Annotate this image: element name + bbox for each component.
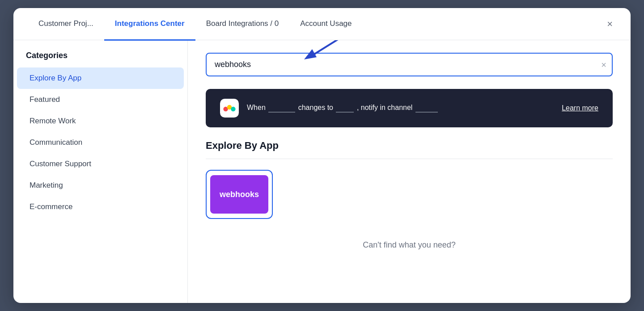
sidebar-item-label: Explore By App xyxy=(30,74,81,82)
search-wrapper: × xyxy=(206,53,613,76)
banner-changes-to: changes to xyxy=(298,104,335,111)
sidebar-item-label: Remote Work xyxy=(30,117,76,125)
banner-blank3 xyxy=(415,104,438,113)
search-container: × xyxy=(206,53,613,76)
sidebar-item-label: Featured xyxy=(30,95,60,104)
clear-icon: × xyxy=(601,60,606,70)
integration-banner: When changes to , notify in channel Lear… xyxy=(206,89,613,127)
app-grid: webhooks xyxy=(206,170,613,219)
sidebar-item-e-commerce[interactable]: E-commerce xyxy=(17,196,184,218)
sidebar-item-label: E-commerce xyxy=(30,202,72,211)
app-label-webhooks: webhooks xyxy=(220,190,259,199)
modal-header: Customer Proj... Integrations Center Boa… xyxy=(13,8,631,40)
sidebar-item-explore-by-app[interactable]: Explore By App xyxy=(17,67,184,89)
sidebar-item-label: Customer Support xyxy=(30,160,91,168)
section-divider xyxy=(206,159,613,159)
banner-blank1 xyxy=(268,104,295,113)
sidebar-item-label: Marketing xyxy=(30,181,63,189)
app-card-inner-webhooks: webhooks xyxy=(210,175,268,214)
sidebar-item-communication[interactable]: Communication xyxy=(17,132,184,153)
tab-account-usage[interactable]: Account Usage xyxy=(289,8,362,41)
banner-blank2 xyxy=(336,104,354,113)
sidebar-item-customer-support[interactable]: Customer Support xyxy=(17,153,184,175)
tab-account-usage-label: Account Usage xyxy=(300,19,352,28)
search-clear-button[interactable]: × xyxy=(601,60,606,69)
tab-board-label: Customer Proj... xyxy=(38,19,93,28)
modal-container: Customer Proj... Integrations Center Boa… xyxy=(13,8,631,303)
categories-heading: Categories xyxy=(13,51,187,67)
tab-integrations[interactable]: Integrations Center xyxy=(104,8,195,41)
cant-find-text: Can't find what you need? xyxy=(206,240,613,250)
search-input[interactable] xyxy=(206,53,613,76)
tab-board-integrations-label: Board Integrations / 0 xyxy=(206,19,279,28)
main-content: × When xyxy=(188,40,631,303)
modal-overlay: Customer Proj... Integrations Center Boa… xyxy=(0,0,644,311)
sidebar-item-label: Communication xyxy=(30,138,82,147)
sidebar: Categories Explore By App Featured Remot… xyxy=(13,40,188,303)
monday-logo-icon xyxy=(220,99,239,118)
banner-notify: , notify in channel xyxy=(357,104,415,111)
banner-when: When xyxy=(247,104,267,111)
close-button[interactable]: × xyxy=(603,15,616,34)
close-icon: × xyxy=(607,18,613,30)
sidebar-item-marketing[interactable]: Marketing xyxy=(17,175,184,196)
tab-board[interactable]: Customer Proj... xyxy=(28,8,104,41)
section-title: Explore By App xyxy=(206,140,613,151)
sidebar-item-remote-work[interactable]: Remote Work xyxy=(17,110,184,132)
tab-board-integrations[interactable]: Board Integrations / 0 xyxy=(195,8,290,41)
sidebar-item-featured[interactable]: Featured xyxy=(17,89,184,110)
app-card-webhooks[interactable]: webhooks xyxy=(206,170,273,219)
banner-text: When changes to , notify in channel xyxy=(247,104,554,113)
learn-more-link[interactable]: Learn more xyxy=(562,104,598,112)
svg-point-5 xyxy=(231,107,236,112)
modal-body: Categories Explore By App Featured Remot… xyxy=(13,40,631,303)
tab-integrations-label: Integrations Center xyxy=(115,19,185,28)
